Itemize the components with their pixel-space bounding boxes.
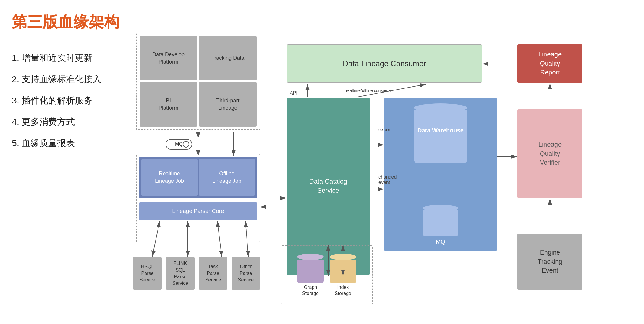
- hsql-parse-service: HSQL Parse Service: [133, 257, 162, 290]
- lineage-parser-core: Lineage Parser Core: [139, 202, 257, 220]
- parse-services: HSQL Parse Service FLINK SQL Parse Servi…: [133, 257, 260, 290]
- blue-right-panel: Data Warehouse MQ: [384, 98, 497, 251]
- list-item-1: 1. 增量和近实时更新: [12, 47, 101, 69]
- source-cell-tracking: Tracking Data: [199, 36, 257, 80]
- other-parse-service: Other Parse Service: [232, 257, 260, 290]
- data-warehouse-wrap: Data Warehouse: [414, 103, 467, 163]
- index-cyl-body: [330, 260, 356, 283]
- task-parse-service: Task Parse Service: [199, 257, 227, 290]
- source-outer-box: Data Develop Platform Tracking Data BI P…: [136, 33, 260, 130]
- diagram: Data Develop Platform Tracking Data BI P…: [130, 27, 633, 316]
- engine-tracking-event: Engine Tracking Event: [517, 234, 582, 290]
- data-warehouse-label: Data Warehouse: [418, 127, 464, 134]
- list-item-2: 2. 支持血缘标准化接入: [12, 69, 101, 90]
- mq-cyl-body: [423, 210, 458, 236]
- graph-storage-cylinder: Graph Storage: [297, 253, 324, 297]
- arrow-label-api: API: [290, 90, 297, 96]
- lineage-quality-report: Lineage Quality Report: [517, 44, 582, 83]
- lineage-jobs-box: Realtime Lineage Job Offline Lineage Job: [139, 157, 257, 198]
- source-cell-ddp: Data Develop Platform: [140, 36, 197, 80]
- arrow-label-changed-event: changed event: [378, 174, 397, 185]
- index-cyl-top: [330, 254, 356, 260]
- list-item-4: 4. 更多消费方式: [12, 111, 101, 132]
- flinksql-parse-service: FLINK SQL Parse Service: [166, 257, 195, 290]
- mq-inner-label: MQ: [436, 239, 445, 245]
- graph-cyl-body: [297, 260, 324, 283]
- dw-cyl-body: [414, 110, 467, 163]
- left-list: 1. 增量和近实时更新 2. 支持血缘标准化接入 3. 插件化的解析服务 4. …: [12, 47, 101, 154]
- offline-lineage-job: Offline Lineage Job: [199, 159, 255, 196]
- list-item-3: 3. 插件化的解析服务: [12, 90, 101, 111]
- arrow-label-export: export: [378, 127, 391, 132]
- source-cell-bi: BI Platform: [140, 82, 197, 127]
- source-cell-thirdpart: Third-part Lineage: [199, 82, 257, 127]
- mq-inner-wrap: MQ: [423, 205, 458, 245]
- list-item-5: 5. 血缘质量报表: [12, 132, 101, 154]
- realtime-lineage-job: Realtime Lineage Job: [141, 159, 198, 196]
- graph-storage-label: Graph Storage: [302, 284, 319, 297]
- index-storage-label: Index Storage: [335, 284, 351, 297]
- mq-pill: MQ: [166, 139, 192, 150]
- index-storage-cylinder: Index Storage: [330, 253, 356, 297]
- arrow-label-realtime-offline: realtime/offline consume: [346, 88, 391, 93]
- lineage-quality-verifier: Lineage Quality Verifier: [517, 109, 582, 198]
- graph-cyl-top: [297, 254, 324, 260]
- page-title: 第三版血缘架构: [12, 12, 119, 33]
- storage-outer-box: Graph Storage Index Storage: [281, 245, 373, 304]
- data-lineage-consumer: Data Lineage Consumer: [287, 44, 482, 83]
